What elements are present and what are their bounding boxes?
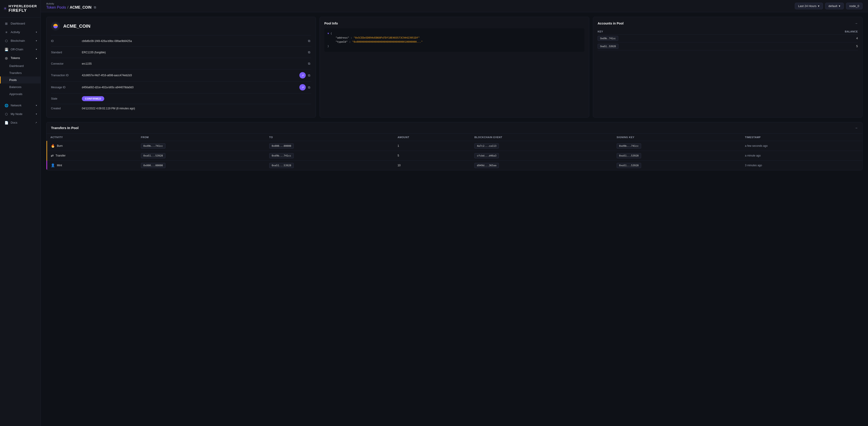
signing-key-badge[interactable]: 0xa51...53928 — [617, 163, 641, 168]
breadcrumb-copy-button[interactable]: ⧉ — [93, 5, 97, 10]
token-header: ACME_COIN — [51, 22, 311, 31]
standard-row: Standard ERC1155 (fungible) ⧉ — [51, 47, 311, 58]
sidebar-item-blockchain[interactable]: ⬡ Blockchain ▾ — [0, 36, 40, 45]
accounts-header: Accounts in Pool → — [598, 22, 858, 25]
sidebar-sub-approvals[interactable]: Approvals — [0, 90, 40, 97]
activity-label: Transfer — [56, 154, 65, 157]
sidebar-item-tokens[interactable]: ◎ Tokens ▴ — [0, 54, 40, 62]
from-address-badge[interactable]: 0x000...00000 — [141, 163, 165, 168]
activity-cell: 🔥 Burn — [47, 141, 137, 151]
id-label: ID — [51, 39, 78, 42]
state-label: State — [51, 97, 78, 100]
network-chevron-icon: ▾ — [36, 104, 37, 107]
pool-info-card: Pool Info ▼ { "address" : "0x5CEDe5D094d… — [319, 17, 589, 117]
accounts-col-balance: BALANCE — [758, 29, 858, 34]
account-key-badge[interactable]: 0xd9b...741cc — [598, 36, 618, 41]
id-actions: ⧉ — [307, 38, 311, 44]
breadcrumb-token-pools-link[interactable]: Token Pools — [46, 5, 66, 9]
id-value: cb6d6c09-1f49-426a-b9bc-08fae9b8425a — [82, 39, 304, 42]
col-to: TO — [266, 134, 394, 141]
activity-type-icon: 👤 — [51, 163, 55, 167]
transaction-id-value: 42c8657e-f4d7-4f16-a698-aacc474eb2d3 — [82, 74, 296, 77]
time-filter-chevron-icon: ▾ — [818, 4, 819, 8]
time-filter-label: Last 24 Hours — [798, 4, 816, 8]
timestamp-cell: a few seconds ago — [741, 141, 862, 151]
transfers-section: Transfers In Pool → ACTIVITY FROM TO AMO… — [46, 122, 863, 170]
node-label: node_0 — [849, 4, 859, 8]
blockchain-event-cell: cfcbd...d46a3 — [471, 151, 613, 161]
account-key-cell: 0xd9b...741cc — [598, 34, 758, 42]
transaction-id-link-button[interactable]: ↗ — [299, 72, 306, 79]
sidebar-item-docs[interactable]: 📄 Docs ↗ — [0, 118, 40, 127]
standard-copy-button[interactable]: ⧉ — [307, 50, 311, 55]
activity-cell: ⇄ Transfer — [47, 151, 137, 161]
pool-info-json: ▼ { "address" : "0x5CEDe5D094d5B68Fd7Df1… — [324, 28, 585, 52]
sidebar-sub-pools[interactable]: Pools — [0, 77, 40, 83]
account-key-badge[interactable]: 0xa51...53928 — [598, 44, 618, 49]
signing-key-badge[interactable]: 0xa51...53928 — [617, 153, 641, 158]
to-address-badge[interactable]: 0xd9b...741cc — [269, 153, 294, 158]
from-address-badge[interactable]: 0xa51...53928 — [141, 153, 165, 158]
to-address-badge[interactable]: 0xa51...53928 — [269, 163, 294, 168]
timestamp-cell: a minute ago — [741, 151, 862, 161]
token-name: ACME_COIN — [63, 24, 90, 29]
sidebar-item-mynode[interactable]: ⬡ My Node ▾ — [0, 110, 40, 118]
cards-row: ACME_COIN ID cb6d6c09-1f49-426a-b9bc-08f… — [46, 17, 863, 117]
topbar: Activity Token Pools / ACME_COIN ⧉ Last … — [41, 0, 868, 12]
sidebar-item-dashboard[interactable]: ⊞ Dashboard — [0, 19, 40, 28]
namespace-dropdown[interactable]: default ▾ — [825, 3, 844, 9]
docs-icon: 📄 — [4, 121, 8, 125]
breadcrumb-current: ACME_COIN — [70, 5, 92, 9]
activity-type-icon: 🔥 — [51, 144, 55, 148]
accounts-card: Accounts in Pool → KEY BALANCE 0xd9b...7… — [593, 17, 863, 117]
breadcrumb-separator: / — [67, 5, 68, 9]
accounts-title: Accounts in Pool — [598, 22, 623, 25]
sidebar-item-activity[interactable]: ≡ Activity ▾ — [0, 28, 40, 36]
id-copy-button[interactable]: ⧉ — [307, 38, 311, 44]
col-timestamp: TIMESTAMP — [741, 134, 862, 141]
sidebar-item-activity-label: Activity — [11, 30, 20, 34]
to-address-badge[interactable]: 0x000...00000 — [269, 143, 294, 149]
firefly-logo-icon — [4, 4, 7, 13]
transfers-header: Transfers In Pool → — [46, 122, 862, 134]
sidebar-item-network[interactable]: 🌐 Network ▾ — [0, 101, 40, 110]
from-address-badge[interactable]: 0xd9b...741cc — [141, 143, 165, 149]
activity-chevron-icon: ▾ — [36, 31, 37, 33]
transfers-arrow-icon[interactable]: → — [855, 126, 858, 130]
sidebar-sub-transfers[interactable]: Transfers — [0, 69, 40, 77]
accounts-arrow-icon[interactable]: → — [855, 22, 858, 25]
signing-key-badge[interactable]: 0xd9b...741cc — [617, 143, 641, 149]
table-row: 👤 Mint 0x000...00000 0xa51...53928 10 d9… — [47, 161, 863, 170]
message-id-link-button[interactable]: ↗ — [299, 84, 306, 90]
col-from: FROM — [137, 134, 266, 141]
col-activity: ACTIVITY — [47, 134, 137, 141]
dashboard-icon: ⊞ — [4, 22, 8, 26]
connector-copy-button[interactable]: ⧉ — [307, 61, 311, 66]
tokens-dashboard-label: Dashboard — [9, 64, 24, 67]
signing-key-cell: 0xd9b...741cc — [613, 141, 741, 151]
message-id-copy-button[interactable]: ⧉ — [307, 85, 311, 90]
activity-label: Burn — [57, 144, 63, 147]
table-row: ⇄ Transfer 0xa51...53928 0xd9b...741cc 5… — [47, 151, 863, 161]
message-id-actions: ↗ ⧉ — [299, 84, 311, 90]
sidebar-sub-balances[interactable]: Balances — [0, 83, 40, 90]
blockchain-event-badge[interactable]: cfcbd...d46a3 — [474, 153, 499, 158]
activity-icon: ≡ — [4, 30, 8, 34]
offchain-icon: 💾 — [4, 48, 8, 52]
sidebar-sub-tokens-dashboard[interactable]: Dashboard — [0, 62, 40, 69]
to-cell: 0x000...00000 — [266, 141, 394, 151]
accounts-table: KEY BALANCE 0xd9b...741cc 4 0xa51...5392… — [598, 29, 858, 50]
transaction-id-label: Transaction ID — [51, 74, 78, 77]
blockchain-event-badge[interactable]: 4a7c2...ca113 — [474, 143, 499, 149]
json-toggle-icon[interactable]: ▼ — [328, 32, 329, 35]
node-dropdown[interactable]: node_0 — [846, 3, 863, 9]
connector-value: erc1155 — [82, 62, 304, 65]
transaction-id-copy-button[interactable]: ⧉ — [307, 73, 311, 78]
token-info-card: ACME_COIN ID cb6d6c09-1f49-426a-b9bc-08f… — [46, 17, 316, 117]
transfers-title: Transfers In Pool — [51, 126, 79, 130]
time-filter-dropdown[interactable]: Last 24 Hours ▾ — [795, 3, 823, 9]
blockchain-event-badge[interactable]: d949d...365aa — [474, 163, 499, 168]
token-logo-icon — [51, 22, 60, 31]
timestamp-cell: 3 minutes ago — [741, 161, 862, 170]
sidebar-item-offchain[interactable]: 💾 Off-Chain ▾ — [0, 45, 40, 54]
